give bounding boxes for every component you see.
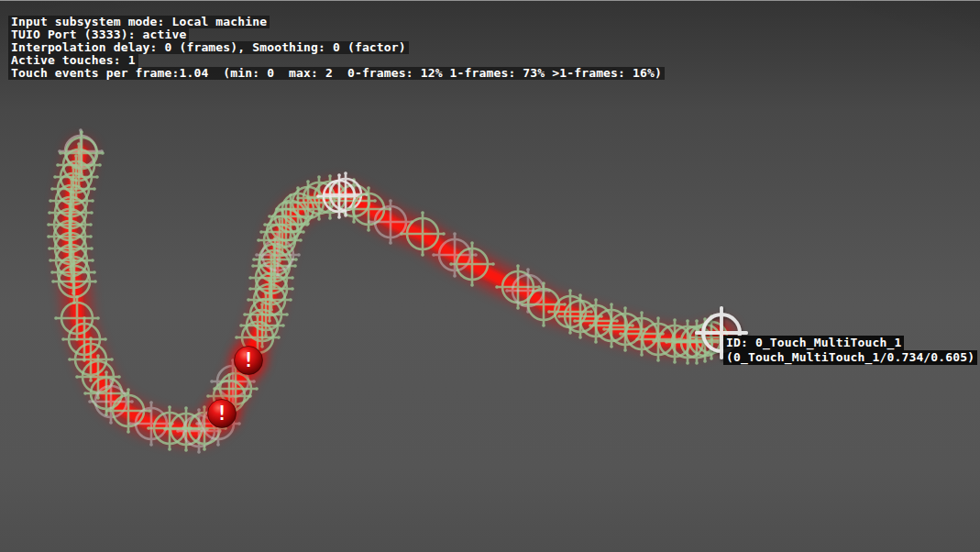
hud-input-mode: Input subsystem mode: Local machine [8,16,270,28]
hud-interpolation: Interpolation delay: 0 (frames), Smoothi… [8,41,409,54]
touch-trail [70,152,721,431]
hud-tuio-port: TUIO Port (3333): active [8,28,189,41]
hud-active-touches: Active touches: 1 [8,54,138,67]
debug-hud: Input subsystem mode: Local machine TUIO… [8,16,665,80]
touch-alert-marker: ! [204,396,239,431]
touch-id-label: ID: 0_Touch_MultiTouch_1 (0_Touch_MultiT… [723,336,977,365]
touch-coords-line: (0_Touch_MultiTouch_1/0.734/0.605) [723,350,977,365]
alert-exclamation-icon: ! [216,403,228,425]
alert-exclamation-icon: ! [243,349,255,371]
touch-id-line: ID: 0_Touch_MultiTouch_1 [723,336,904,350]
touch-alert-marker: ! [231,343,266,378]
touch-trail-glow [70,152,721,431]
hud-events-per-frame: Touch events per frame:1.04 (min: 0 max:… [8,67,665,80]
touch-input-surface[interactable]: !! [0,0,980,552]
